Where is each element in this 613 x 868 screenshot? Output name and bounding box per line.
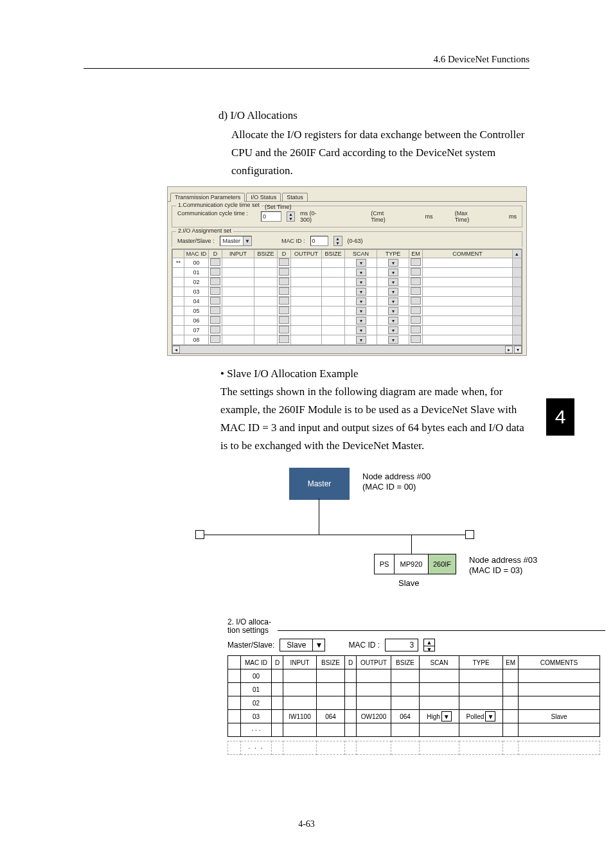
horizontal-scrollbar[interactable]: ◂ ▸ ▾	[172, 345, 522, 353]
grid-cell	[322, 287, 345, 297]
chevron-down-icon[interactable]: ▾	[356, 317, 366, 324]
scroll-up-button[interactable]: ▴	[513, 250, 522, 258]
grid-cell: 01	[184, 268, 209, 278]
tab-status[interactable]: Status	[282, 193, 308, 201]
chevron-down-icon[interactable]: ▼	[485, 711, 495, 722]
settings-cell-scan: High ▼	[420, 710, 459, 723]
d-button[interactable]	[210, 326, 220, 333]
d-button[interactable]	[279, 306, 289, 314]
d-button[interactable]	[279, 316, 289, 324]
chevron-down-icon[interactable]: ▾	[388, 336, 398, 344]
em-button[interactable]	[411, 268, 421, 276]
grid-cell	[209, 258, 222, 268]
grid-row: 02▾▾	[173, 278, 522, 287]
em-button[interactable]	[411, 287, 421, 295]
settings-macid-input[interactable]: 3	[385, 639, 418, 651]
node3-line1: Node address #03	[469, 555, 537, 565]
d-button[interactable]	[210, 306, 220, 314]
master-slave-select[interactable]: Master ▼	[220, 236, 253, 246]
chevron-down-icon[interactable]: ▾	[388, 259, 398, 267]
chevron-down-icon[interactable]: ▾	[356, 297, 366, 305]
grid-cell	[423, 268, 513, 278]
macid-input[interactable]: 0	[310, 236, 328, 246]
em-button[interactable]	[411, 326, 421, 333]
settings-cell-input	[283, 723, 317, 737]
grid-cell: 03	[184, 287, 209, 297]
comm-cycle-spinner[interactable]: ▲▼	[287, 211, 295, 222]
em-button[interactable]	[411, 306, 421, 314]
d-button[interactable]	[279, 268, 289, 276]
scrollbar-track[interactable]	[513, 287, 522, 297]
grid-cell: 00	[184, 258, 209, 268]
tab-transmission-parameters[interactable]: Transmission Parameters	[170, 193, 245, 202]
chevron-down-icon[interactable]: ▾	[388, 278, 398, 286]
tab-io-status[interactable]: I/O Status	[246, 193, 281, 201]
scroll-down-button[interactable]: ▾	[514, 346, 522, 353]
scrollbar-track[interactable]	[513, 335, 522, 345]
example-section: • Slave I/O Allocation Example The setti…	[84, 368, 529, 455]
comm-cycle-input[interactable]: 0	[261, 211, 281, 222]
scrollbar-track[interactable]	[513, 268, 522, 278]
chevron-down-icon[interactable]: ▾	[388, 326, 398, 334]
d-button[interactable]	[279, 287, 289, 295]
d-button[interactable]	[279, 278, 289, 285]
chevron-down-icon[interactable]: ▾	[356, 288, 366, 296]
d-button[interactable]	[210, 335, 220, 343]
settings-cell-type: Polled ▼	[459, 710, 503, 723]
dots-cell: · · ·	[241, 741, 272, 755]
grid-cell: ▾	[377, 268, 409, 278]
grid-cell: ▾	[345, 297, 377, 306]
settings-macid-spinner[interactable]: ▲▼	[423, 639, 435, 651]
chevron-down-icon[interactable]: ▾	[356, 307, 366, 315]
scrollbar-track[interactable]	[513, 258, 522, 268]
em-button[interactable]	[411, 258, 421, 266]
d-button[interactable]	[210, 287, 220, 295]
scol-output: OUTPUT	[357, 656, 391, 669]
chevron-down-icon[interactable]: ▾	[356, 259, 366, 267]
grid-header-row: MAC ID D INPUT BSIZE D OUTPUT BSIZE SCAN…	[173, 250, 522, 258]
chevron-down-icon[interactable]: ▾	[388, 288, 398, 296]
grid-cell: ▾	[345, 258, 377, 268]
chevron-down-icon[interactable]: ▾	[356, 326, 366, 334]
scrollbar-track[interactable]	[513, 297, 522, 306]
scrollbar-track[interactable]	[513, 278, 522, 287]
chevron-down-icon[interactable]: ▾	[388, 307, 398, 315]
d-button[interactable]	[210, 297, 220, 305]
grid-cell: ▾	[345, 306, 377, 316]
chevron-down-icon[interactable]: ▼	[441, 711, 452, 722]
settings-macid-label: MAC ID :	[348, 641, 380, 650]
chevron-down-icon[interactable]: ▾	[388, 269, 398, 276]
d-button[interactable]	[279, 335, 289, 343]
grid-cell	[278, 268, 291, 278]
scroll-right-button[interactable]: ▸	[505, 346, 513, 353]
settings-cell-bsize	[317, 669, 345, 683]
d-button[interactable]	[210, 268, 220, 276]
em-button[interactable]	[411, 335, 421, 343]
scrollbar-track[interactable]	[513, 306, 522, 316]
em-button[interactable]	[411, 278, 421, 285]
chevron-down-icon[interactable]: ▾	[388, 297, 398, 305]
scrollbar-track[interactable]	[513, 316, 522, 326]
grid-cell	[173, 326, 184, 335]
d-button[interactable]	[210, 258, 220, 266]
grid-row: 01▾▾	[173, 268, 522, 278]
settings-cell-comment	[519, 696, 600, 710]
d-button[interactable]	[210, 316, 220, 324]
chevron-down-icon[interactable]: ▾	[356, 336, 366, 344]
d-button[interactable]	[279, 326, 289, 333]
grid-cell: ▾	[377, 297, 409, 306]
scroll-left-button[interactable]: ◂	[172, 346, 180, 353]
settings-master-slave-select[interactable]: Slave ▼	[280, 639, 325, 651]
d-button[interactable]	[210, 278, 220, 285]
d-button[interactable]	[279, 258, 289, 266]
em-button[interactable]	[411, 316, 421, 324]
chevron-down-icon[interactable]: ▾	[388, 317, 398, 324]
d-button[interactable]	[279, 297, 289, 305]
macid-spinner[interactable]: ▲▼	[333, 236, 342, 246]
em-button[interactable]	[411, 297, 421, 305]
grid-cell	[209, 326, 222, 335]
chevron-down-icon[interactable]: ▾	[356, 278, 366, 286]
settings-cell-type	[459, 723, 503, 737]
chevron-down-icon[interactable]: ▾	[356, 269, 366, 276]
scrollbar-track[interactable]	[513, 326, 522, 335]
